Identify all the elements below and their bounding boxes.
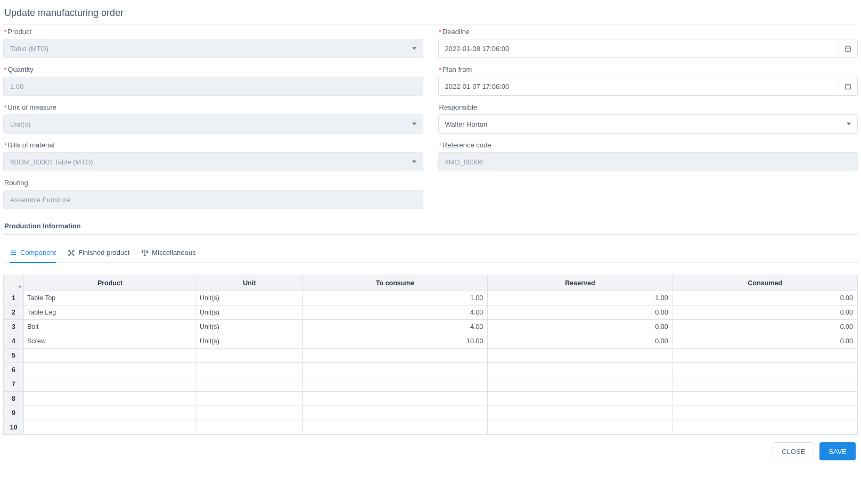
rownum-cell[interactable]: 2 (4, 305, 24, 320)
svg-rect-4 (846, 84, 851, 89)
cell-consumed[interactable] (673, 363, 857, 377)
responsible-select[interactable]: Walter Horton (438, 114, 858, 134)
cell-unit[interactable] (196, 392, 303, 406)
cell-consumed[interactable]: 0.00 (673, 305, 857, 320)
col-unit-header[interactable]: Unit (196, 275, 303, 291)
routing-input: Assemble Furniture (3, 190, 423, 209)
rownum-cell[interactable]: 5 (4, 349, 24, 363)
rownum-cell[interactable]: 7 (4, 377, 24, 392)
tab-finished[interactable]: Finished product (68, 244, 129, 263)
cell-unit[interactable]: Unit(s) (196, 334, 303, 349)
cell-to_consume[interactable]: 4.00 (303, 305, 488, 320)
cell-reserved[interactable] (488, 349, 673, 363)
rownum-cell[interactable]: 8 (4, 392, 24, 406)
cell-consumed[interactable] (673, 377, 857, 392)
table-row[interactable]: 8 (4, 392, 858, 406)
calendar-button[interactable] (839, 39, 858, 58)
cell-reserved[interactable] (488, 406, 673, 420)
cell-product[interactable]: Bolt (24, 320, 196, 334)
table-row[interactable]: 5 (4, 349, 858, 363)
tab-component[interactable]: Component (10, 244, 56, 263)
col-toconsume-header[interactable]: To consume (303, 275, 488, 291)
cell-unit[interactable] (196, 363, 303, 377)
cell-unit[interactable]: Unit(s) (196, 320, 303, 334)
cell-reserved[interactable]: 0.00 (488, 305, 673, 320)
cell-to_consume[interactable]: 4.00 (303, 320, 488, 334)
cell-to_consume[interactable] (303, 406, 488, 420)
calendar-button[interactable] (839, 77, 858, 96)
save-button[interactable]: SAVE (819, 442, 856, 460)
rownum-cell[interactable]: 9 (4, 406, 24, 420)
cell-unit[interactable] (196, 377, 303, 392)
table-row[interactable]: 2Table LegUnit(s)4.000.000.00 (4, 305, 858, 320)
cell-product[interactable]: Table Leg (24, 305, 196, 320)
col-consumed-header[interactable]: Consumed (673, 275, 857, 291)
cell-product[interactable] (24, 420, 196, 435)
cell-unit[interactable] (196, 349, 303, 363)
cell-unit[interactable]: Unit(s) (196, 305, 303, 320)
deadline-input[interactable] (438, 39, 839, 58)
planfrom-input[interactable] (438, 77, 839, 96)
rownum-cell[interactable]: 3 (4, 320, 24, 334)
cell-consumed[interactable] (673, 420, 857, 435)
cell-unit[interactable] (196, 420, 303, 435)
cell-reserved[interactable] (488, 363, 673, 377)
rownum-header[interactable]: ▸ (4, 275, 24, 291)
cell-reserved[interactable] (488, 377, 673, 392)
col-product-header[interactable]: Product (24, 275, 196, 291)
cell-to_consume[interactable] (303, 363, 488, 377)
svg-point-15 (73, 254, 74, 255)
deadline-label: *Deadline (438, 28, 858, 36)
cell-product[interactable] (24, 363, 196, 377)
table-row[interactable]: 9 (4, 406, 858, 420)
cell-reserved[interactable]: 0.00 (488, 334, 673, 349)
cell-to_consume[interactable] (303, 392, 488, 406)
cell-to_consume[interactable]: 1.00 (303, 291, 488, 305)
form-col-left: *Product Table (MTO) *Quantity 1.00 *Uni… (3, 28, 423, 217)
table-row[interactable]: 10 (4, 420, 858, 435)
refcode-input: #MO_00006 (438, 152, 858, 171)
cell-consumed[interactable]: 0.00 (673, 291, 857, 305)
cell-unit[interactable] (196, 406, 303, 420)
close-button[interactable]: CLOSE (773, 442, 814, 460)
table-row[interactable]: 1Table TopUnit(s)1.001.000.00 (4, 291, 858, 305)
tab-misc[interactable]: Miscellaneous (141, 244, 195, 263)
calendar-icon (844, 45, 851, 52)
cell-to_consume[interactable] (303, 377, 488, 392)
rownum-cell[interactable]: 6 (4, 363, 24, 377)
svg-point-11 (70, 252, 72, 254)
table-row[interactable]: 4ScrewUnit(s)10.000.000.00 (4, 334, 858, 349)
cell-product[interactable] (24, 349, 196, 363)
table-row[interactable]: 3BoltUnit(s)4.000.000.00 (4, 320, 858, 334)
cell-product[interactable] (24, 406, 196, 420)
cell-consumed[interactable] (673, 406, 857, 420)
cell-reserved[interactable] (488, 420, 673, 435)
form-area: *Product Table (MTO) *Quantity 1.00 *Uni… (3, 24, 858, 217)
cell-unit[interactable]: Unit(s) (196, 291, 303, 305)
tab-label: Component (20, 249, 56, 257)
cell-product[interactable]: Table Top (24, 291, 196, 305)
cell-product[interactable] (24, 377, 196, 392)
col-reserved-header[interactable]: Reserved (488, 275, 673, 291)
cell-to_consume[interactable] (303, 349, 488, 363)
cell-to_consume[interactable]: 10.00 (303, 334, 488, 349)
cell-reserved[interactable] (488, 392, 673, 406)
rownum-cell[interactable]: 1 (4, 291, 24, 305)
rownum-cell[interactable]: 4 (4, 334, 24, 349)
table-row[interactable]: 7 (4, 377, 858, 392)
cell-reserved[interactable]: 1.00 (488, 291, 673, 305)
svg-point-13 (73, 250, 74, 251)
cell-consumed[interactable]: 0.00 (673, 320, 857, 334)
tab-label: Miscellaneous (152, 249, 195, 257)
section-title: Production Information (3, 217, 858, 235)
cell-consumed[interactable]: 0.00 (673, 334, 857, 349)
cell-to_consume[interactable] (303, 420, 488, 435)
cell-consumed[interactable] (673, 392, 857, 406)
rownum-cell[interactable]: 10 (4, 420, 24, 435)
cell-product[interactable]: Screw (24, 334, 196, 349)
table-row[interactable]: 6 (4, 363, 858, 377)
cell-reserved[interactable]: 0.00 (488, 320, 673, 334)
tabs: Component Finished product Miscellaneous (3, 244, 858, 263)
cell-consumed[interactable] (673, 349, 857, 363)
cell-product[interactable] (24, 392, 196, 406)
